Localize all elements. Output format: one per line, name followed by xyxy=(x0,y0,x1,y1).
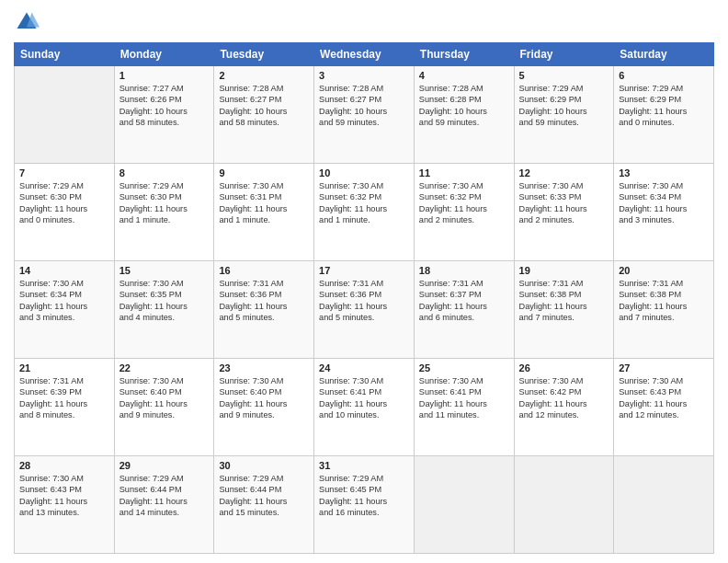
day-number: 27 xyxy=(619,362,709,373)
day-info: Sunrise: 7:29 AMSunset: 6:30 PMDaylight:… xyxy=(19,180,109,226)
calendar-cell: 12Sunrise: 7:30 AMSunset: 6:33 PMDayligh… xyxy=(514,164,614,261)
day-number: 18 xyxy=(419,265,509,276)
day-info: Sunrise: 7:31 AMSunset: 6:38 PMDaylight:… xyxy=(619,278,709,324)
day-info: Sunrise: 7:30 AMSunset: 6:43 PMDaylight:… xyxy=(19,473,109,519)
calendar-cell: 21Sunrise: 7:31 AMSunset: 6:39 PMDayligh… xyxy=(15,359,115,456)
day-header-thursday: Thursday xyxy=(414,43,514,66)
calendar-cell: 2Sunrise: 7:28 AMSunset: 6:27 PMDaylight… xyxy=(214,66,314,164)
day-number: 15 xyxy=(119,265,210,276)
calendar-cell: 20Sunrise: 7:31 AMSunset: 6:38 PMDayligh… xyxy=(614,261,714,359)
header xyxy=(14,9,714,35)
calendar-cell: 24Sunrise: 7:30 AMSunset: 6:41 PMDayligh… xyxy=(314,359,415,456)
calendar-cell xyxy=(614,456,714,554)
day-info: Sunrise: 7:30 AMSunset: 6:43 PMDaylight:… xyxy=(619,375,709,421)
day-info: Sunrise: 7:29 AMSunset: 6:30 PMDaylight:… xyxy=(119,180,210,226)
day-number: 17 xyxy=(319,265,409,276)
calendar-cell: 1Sunrise: 7:27 AMSunset: 6:26 PMDaylight… xyxy=(114,66,214,164)
day-info: Sunrise: 7:30 AMSunset: 6:40 PMDaylight:… xyxy=(119,375,210,421)
day-number: 25 xyxy=(419,362,509,373)
day-info: Sunrise: 7:31 AMSunset: 6:38 PMDaylight:… xyxy=(519,278,609,324)
day-number: 6 xyxy=(619,70,709,81)
day-info: Sunrise: 7:28 AMSunset: 6:27 PMDaylight:… xyxy=(219,83,309,129)
day-info: Sunrise: 7:30 AMSunset: 6:31 PMDaylight:… xyxy=(219,180,309,226)
day-info: Sunrise: 7:28 AMSunset: 6:27 PMDaylight:… xyxy=(319,83,409,129)
day-info: Sunrise: 7:31 AMSunset: 6:37 PMDaylight:… xyxy=(419,278,509,324)
calendar-week-1: 1Sunrise: 7:27 AMSunset: 6:26 PMDaylight… xyxy=(15,66,714,164)
calendar-cell: 31Sunrise: 7:29 AMSunset: 6:45 PMDayligh… xyxy=(314,456,415,554)
calendar-cell: 23Sunrise: 7:30 AMSunset: 6:40 PMDayligh… xyxy=(214,359,314,456)
calendar-cell: 29Sunrise: 7:29 AMSunset: 6:44 PMDayligh… xyxy=(114,456,214,554)
calendar-cell: 25Sunrise: 7:30 AMSunset: 6:41 PMDayligh… xyxy=(414,359,514,456)
calendar-cell: 19Sunrise: 7:31 AMSunset: 6:38 PMDayligh… xyxy=(514,261,614,359)
calendar-cell xyxy=(514,456,614,554)
day-number: 16 xyxy=(219,265,309,276)
day-info: Sunrise: 7:29 AMSunset: 6:44 PMDaylight:… xyxy=(119,473,210,519)
logo-icon xyxy=(14,9,40,35)
day-info: Sunrise: 7:30 AMSunset: 6:34 PMDaylight:… xyxy=(19,278,109,324)
page: SundayMondayTuesdayWednesdayThursdayFrid… xyxy=(0,0,728,563)
calendar-cell: 14Sunrise: 7:30 AMSunset: 6:34 PMDayligh… xyxy=(15,261,115,359)
day-info: Sunrise: 7:30 AMSunset: 6:42 PMDaylight:… xyxy=(519,375,609,421)
day-number: 10 xyxy=(319,167,409,178)
day-number: 14 xyxy=(19,265,109,276)
day-header-saturday: Saturday xyxy=(614,43,714,66)
day-info: Sunrise: 7:31 AMSunset: 6:36 PMDaylight:… xyxy=(219,278,309,324)
day-info: Sunrise: 7:30 AMSunset: 6:32 PMDaylight:… xyxy=(319,180,409,226)
day-info: Sunrise: 7:30 AMSunset: 6:41 PMDaylight:… xyxy=(419,375,509,421)
calendar-cell xyxy=(15,66,115,164)
day-number: 28 xyxy=(19,460,109,471)
calendar-cell: 6Sunrise: 7:29 AMSunset: 6:29 PMDaylight… xyxy=(614,66,714,164)
day-number: 19 xyxy=(519,265,609,276)
calendar-cell: 27Sunrise: 7:30 AMSunset: 6:43 PMDayligh… xyxy=(614,359,714,456)
calendar-cell: 30Sunrise: 7:29 AMSunset: 6:44 PMDayligh… xyxy=(214,456,314,554)
calendar-week-4: 21Sunrise: 7:31 AMSunset: 6:39 PMDayligh… xyxy=(15,359,714,456)
day-number: 23 xyxy=(219,362,309,373)
day-number: 7 xyxy=(19,167,109,178)
day-info: Sunrise: 7:30 AMSunset: 6:40 PMDaylight:… xyxy=(219,375,309,421)
day-info: Sunrise: 7:30 AMSunset: 6:34 PMDaylight:… xyxy=(619,180,709,226)
day-info: Sunrise: 7:30 AMSunset: 6:35 PMDaylight:… xyxy=(119,278,210,324)
calendar-cell: 18Sunrise: 7:31 AMSunset: 6:37 PMDayligh… xyxy=(414,261,514,359)
calendar-cell: 9Sunrise: 7:30 AMSunset: 6:31 PMDaylight… xyxy=(214,164,314,261)
day-info: Sunrise: 7:31 AMSunset: 6:39 PMDaylight:… xyxy=(19,375,109,421)
calendar-cell: 4Sunrise: 7:28 AMSunset: 6:28 PMDaylight… xyxy=(414,66,514,164)
day-info: Sunrise: 7:30 AMSunset: 6:32 PMDaylight:… xyxy=(419,180,509,226)
calendar-cell: 3Sunrise: 7:28 AMSunset: 6:27 PMDaylight… xyxy=(314,66,415,164)
day-number: 1 xyxy=(119,70,210,81)
day-number: 4 xyxy=(419,70,509,81)
calendar-cell: 26Sunrise: 7:30 AMSunset: 6:42 PMDayligh… xyxy=(514,359,614,456)
day-number: 3 xyxy=(319,70,409,81)
day-header-friday: Friday xyxy=(514,43,614,66)
day-number: 12 xyxy=(519,167,609,178)
day-number: 22 xyxy=(119,362,210,373)
day-info: Sunrise: 7:29 AMSunset: 6:29 PMDaylight:… xyxy=(619,83,709,129)
day-number: 30 xyxy=(219,460,309,471)
day-number: 29 xyxy=(119,460,210,471)
day-number: 13 xyxy=(619,167,709,178)
day-info: Sunrise: 7:30 AMSunset: 6:33 PMDaylight:… xyxy=(519,180,609,226)
calendar-week-3: 14Sunrise: 7:30 AMSunset: 6:34 PMDayligh… xyxy=(15,261,714,359)
day-number: 20 xyxy=(619,265,709,276)
logo xyxy=(14,9,43,35)
day-info: Sunrise: 7:28 AMSunset: 6:28 PMDaylight:… xyxy=(419,83,509,129)
day-info: Sunrise: 7:29 AMSunset: 6:29 PMDaylight:… xyxy=(519,83,609,129)
calendar-header-row: SundayMondayTuesdayWednesdayThursdayFrid… xyxy=(15,43,714,66)
calendar-cell: 22Sunrise: 7:30 AMSunset: 6:40 PMDayligh… xyxy=(114,359,214,456)
calendar-cell: 16Sunrise: 7:31 AMSunset: 6:36 PMDayligh… xyxy=(214,261,314,359)
calendar-cell: 11Sunrise: 7:30 AMSunset: 6:32 PMDayligh… xyxy=(414,164,514,261)
day-header-wednesday: Wednesday xyxy=(314,43,415,66)
day-header-sunday: Sunday xyxy=(15,43,115,66)
day-info: Sunrise: 7:31 AMSunset: 6:36 PMDaylight:… xyxy=(319,278,409,324)
day-header-tuesday: Tuesday xyxy=(214,43,314,66)
day-number: 2 xyxy=(219,70,309,81)
day-number: 21 xyxy=(19,362,109,373)
day-number: 5 xyxy=(519,70,609,81)
calendar-cell: 15Sunrise: 7:30 AMSunset: 6:35 PMDayligh… xyxy=(114,261,214,359)
calendar-cell: 8Sunrise: 7:29 AMSunset: 6:30 PMDaylight… xyxy=(114,164,214,261)
calendar-week-5: 28Sunrise: 7:30 AMSunset: 6:43 PMDayligh… xyxy=(15,456,714,554)
day-number: 9 xyxy=(219,167,309,178)
calendar-cell: 17Sunrise: 7:31 AMSunset: 6:36 PMDayligh… xyxy=(314,261,415,359)
day-info: Sunrise: 7:29 AMSunset: 6:45 PMDaylight:… xyxy=(319,473,409,519)
calendar-cell: 7Sunrise: 7:29 AMSunset: 6:30 PMDaylight… xyxy=(15,164,115,261)
calendar-table: SundayMondayTuesdayWednesdayThursdayFrid… xyxy=(14,42,714,554)
